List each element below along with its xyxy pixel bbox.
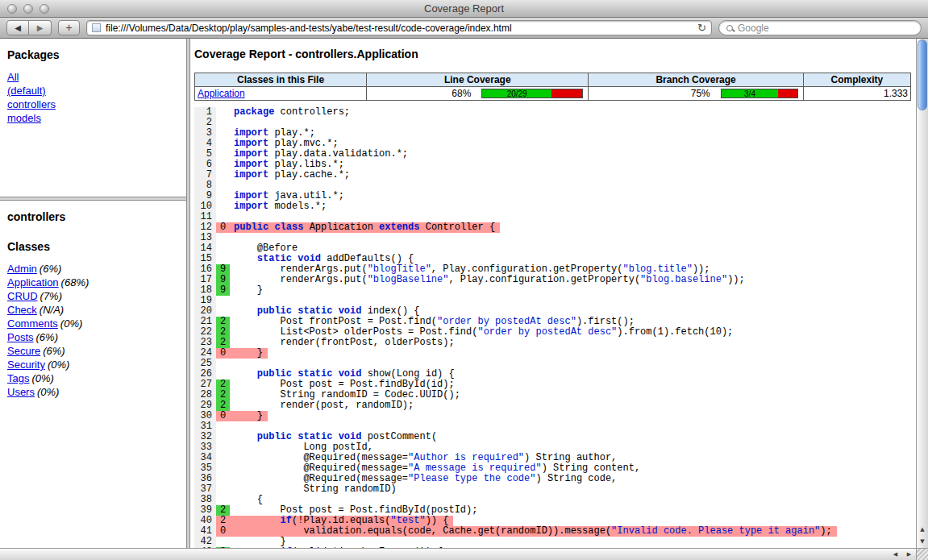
classes-pane: controllers Classes Admin(6%)Application…: [0, 201, 186, 399]
hit-count: [216, 180, 230, 191]
code-text: import models.*;: [230, 201, 331, 212]
branch-coverage-bar: 3/4: [721, 89, 798, 98]
class-coverage-pct: (6%): [40, 263, 61, 275]
hit-count: [216, 170, 230, 180]
hit-count: [216, 139, 230, 149]
close-button[interactable]: [7, 4, 17, 14]
hit-count: [216, 421, 230, 432]
hit-count: 9: [216, 285, 230, 296]
col-branch-coverage: Branch Coverage: [589, 73, 803, 87]
resize-grip[interactable]: [916, 549, 928, 560]
class-link[interactable]: Security: [7, 359, 45, 371]
hit-count: [216, 160, 230, 170]
minimize-button[interactable]: [23, 4, 33, 14]
source-line: 1package controllers;: [194, 107, 911, 118]
url-text[interactable]: file:///Volumes/Data/Desktop/play/sample…: [106, 23, 693, 34]
packages-pane: Packages All (default) controllers model…: [0, 39, 186, 197]
class-item: Comments(0%): [7, 317, 179, 330]
class-link[interactable]: Users: [7, 386, 35, 398]
code-text: }: [230, 285, 268, 296]
hit-count: [216, 432, 230, 442]
class-link[interactable]: Comments: [7, 317, 58, 330]
hit-count: [216, 463, 230, 474]
horizontal-scrollbar[interactable]: ◀ ▶: [0, 548, 928, 560]
packages-heading: Packages: [7, 48, 179, 61]
hit-count: [216, 233, 230, 243]
code-text: render(frontPost, olderPosts);: [230, 338, 460, 348]
package-link-all[interactable]: All: [7, 70, 179, 84]
scroll-left-button[interactable]: ◀: [888, 549, 902, 560]
code-text: validation.equals(code, Cache.get(random…: [230, 526, 837, 537]
class-item: Secure(6%): [7, 344, 179, 358]
class-link[interactable]: CRUD: [7, 290, 38, 302]
hit-count: [216, 243, 230, 254]
horizontal-scroll-arrows: ◀ ▶: [888, 549, 916, 560]
sidebar: Packages All (default) controllers model…: [0, 39, 186, 548]
reload-icon[interactable]: ↻: [697, 22, 706, 34]
vertical-scroll-arrows: ▲ ▼: [917, 524, 928, 548]
scroll-down-button[interactable]: ▼: [917, 536, 928, 548]
hit-count: 0: [216, 411, 230, 421]
source-line: 240 }: [194, 348, 911, 359]
branch-coverage-pct: 75%: [691, 88, 710, 99]
class-link[interactable]: Application: [7, 276, 59, 288]
forward-button[interactable]: ▶: [29, 20, 52, 35]
scroll-up-button[interactable]: ▲: [917, 524, 928, 536]
hit-count: [216, 359, 230, 369]
line-coverage-cell: 68% 20/29: [369, 88, 585, 99]
source-line: 13: [194, 233, 911, 243]
source-line: 179 renderArgs.put("blogBaseline", Play.…: [194, 275, 911, 285]
package-link-models[interactable]: models: [7, 111, 179, 125]
address-bar[interactable]: file:///Volumes/Data/Desktop/play/sample…: [86, 20, 712, 35]
class-item: Users(0%): [7, 385, 179, 399]
vertical-scrollbar[interactable]: ▲ ▼: [916, 39, 928, 548]
class-coverage-pct: (0%): [37, 386, 59, 398]
code-text: }: [230, 411, 268, 421]
nav-button-group: ◀ ▶: [6, 20, 52, 35]
title-bar[interactable]: Coverage Report: [0, 0, 928, 18]
code-text: }: [230, 348, 268, 359]
class-link[interactable]: Check: [7, 304, 37, 316]
package-link-default[interactable]: (default): [7, 84, 179, 97]
source-line: 300 }: [194, 411, 911, 421]
hit-count: 0: [216, 222, 230, 233]
scroll-right-button[interactable]: ▶: [902, 549, 916, 560]
class-link[interactable]: Tags: [7, 372, 29, 384]
code-text: package controllers;: [230, 107, 355, 118]
vertical-scrollbar-thumb[interactable]: [918, 39, 927, 110]
class-link[interactable]: Posts: [7, 331, 34, 343]
search-placeholder[interactable]: Google: [738, 23, 769, 34]
class-file-link[interactable]: Application: [198, 88, 245, 99]
source-line: 120public class Application extends Cont…: [194, 222, 911, 233]
class-coverage-pct: (6%): [36, 331, 58, 343]
add-bookmark-button[interactable]: +: [58, 20, 80, 35]
complexity-value: 1.333: [803, 87, 910, 101]
class-link[interactable]: Secure: [7, 345, 40, 357]
search-field[interactable]: Google: [718, 20, 922, 35]
page-content: Packages All (default) controllers model…: [0, 39, 928, 548]
summary-header-row: Classes in this File Line Coverage Branc…: [195, 73, 911, 87]
line-number: 8: [194, 180, 216, 191]
source-line: 189 }: [194, 285, 911, 296]
line-number: 1: [194, 107, 216, 118]
back-button[interactable]: ◀: [6, 20, 29, 35]
col-line-coverage: Line Coverage: [367, 73, 589, 87]
source-line: 37 String randomID): [194, 484, 911, 495]
line-coverage-bar: 20/29: [481, 89, 583, 98]
class-coverage-pct: (7%): [40, 290, 62, 302]
branch-coverage-bar-uncovered: [778, 89, 797, 97]
page-favicon-icon: [92, 23, 101, 32]
hit-count: [216, 149, 230, 160]
col-complexity: Complexity: [803, 73, 910, 87]
package-link-controllers[interactable]: controllers: [7, 97, 179, 111]
branch-coverage-ratio: 3/4: [744, 89, 755, 98]
zoom-button[interactable]: [40, 4, 49, 14]
col-classes-in-file: Classes in this File: [195, 73, 367, 87]
class-link[interactable]: Admin: [7, 263, 37, 275]
class-item: Posts(6%): [7, 330, 179, 344]
summary-data-row: Application 68% 20/29 75% 3/4: [195, 87, 911, 101]
summary-table: Classes in this File Line Coverage Branc…: [194, 73, 911, 101]
class-item: Check(N/A): [7, 303, 179, 317]
line-coverage-ratio: 20/29: [507, 89, 527, 98]
report-main: Coverage Report - controllers.Applicatio…: [190, 39, 916, 548]
